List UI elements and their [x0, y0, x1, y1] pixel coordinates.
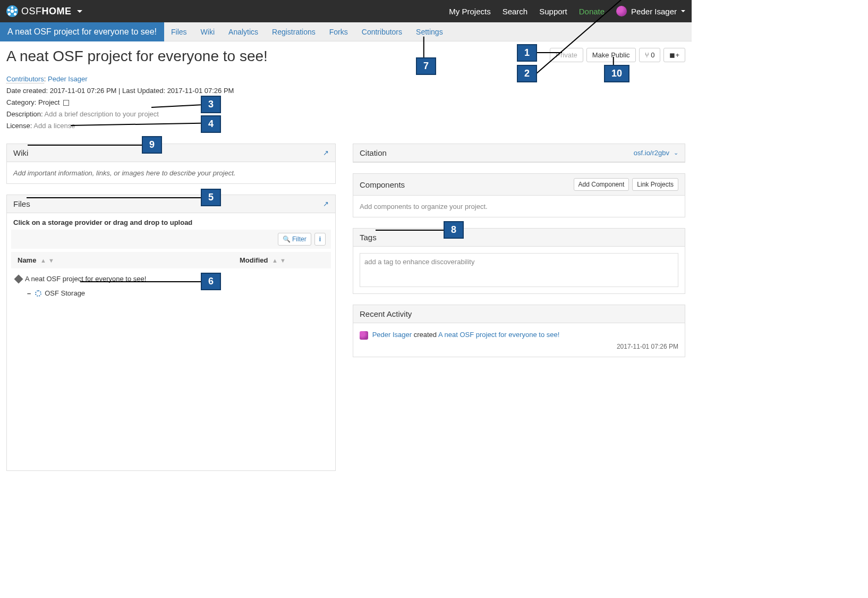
sort-asc-icon[interactable]: ▲	[40, 257, 46, 264]
private-button: Private	[550, 48, 583, 62]
action-buttons: Private Make Public ⑂ 0 ◼+	[550, 48, 685, 62]
tab-forks[interactable]: Forks	[322, 22, 355, 41]
tab-analytics[interactable]: Analytics	[222, 22, 265, 41]
content: A neat OSF project for everyone to see! …	[0, 41, 692, 488]
contributor-link[interactable]: Peder Isager	[48, 75, 87, 83]
cube-icon	[14, 274, 23, 283]
citation-title: Citation	[360, 148, 387, 157]
external-link-icon[interactable]: ↗	[323, 200, 329, 208]
files-toolbar: 🔍 Filter i	[11, 230, 331, 249]
file-root-name: A neat OSF project for everyone to see!	[25, 275, 146, 283]
date-created-value: 2017-11-01 07:26 PM	[50, 87, 117, 95]
files-instruction: Click on a storage provider or drag and …	[7, 213, 335, 230]
tab-wiki[interactable]: Wiki	[194, 22, 222, 41]
callout-2: 2	[517, 65, 537, 82]
citation-url[interactable]: osf.io/r2gbv	[634, 149, 669, 157]
project-meta: Contributors: Peder Isager Date created:…	[6, 73, 346, 132]
tab-files[interactable]: Files	[164, 22, 194, 41]
file-row-root[interactable]: A neat OSF project for everyone to see!	[13, 272, 329, 286]
chevron-down-icon[interactable]: ⌄	[674, 149, 678, 156]
modified-header: Modified	[240, 256, 268, 264]
components-panel: Components Add Component Link Projects A…	[353, 173, 685, 217]
wiki-title: Wiki	[13, 148, 323, 157]
caret-down-icon	[77, 10, 82, 13]
files-panel: Files ↗ Click on a storage provider or d…	[6, 195, 336, 471]
subnav-project-title[interactable]: A neat OSF project for everyone to see!	[0, 22, 164, 41]
files-table-header: Name ▲▼ Modified ▲▼	[11, 252, 331, 268]
last-updated-label: Last Updated:	[122, 87, 165, 95]
description-label: Description:	[6, 110, 43, 118]
page-title: A neat OSF project for everyone to see!	[6, 48, 550, 65]
name-header: Name	[18, 256, 36, 264]
wiki-placeholder[interactable]: Add important information, links, or ima…	[13, 169, 235, 177]
cube-icon	[63, 100, 69, 106]
brand-text: OSFHOME	[21, 6, 72, 17]
tags-title: Tags	[360, 233, 377, 242]
tab-settings[interactable]: Settings	[409, 22, 450, 41]
top-nav: OSFHOME My Projects Search Support Donat…	[0, 0, 692, 22]
files-title: Files	[13, 199, 323, 208]
user-menu[interactable]: Peder Isager	[616, 6, 685, 16]
files-rows: A neat OSF project for everyone to see! …	[7, 268, 335, 307]
make-public-button[interactable]: Make Public	[586, 48, 636, 62]
left-column: Wiki ↗ Add important information, links,…	[6, 144, 336, 482]
nav-right: My Projects Search Support Donate Peder …	[449, 6, 685, 16]
caret-down-icon	[681, 10, 685, 12]
wiki-panel: Wiki ↗ Add important information, links,…	[6, 144, 336, 184]
fork-icon: ⑂	[645, 51, 649, 59]
activity-row: Peder Isager created A neat OSF project …	[360, 330, 678, 341]
components-placeholder: Add components to organize your project.	[360, 203, 488, 210]
forks-count-button[interactable]: ⑂ 0	[639, 48, 661, 62]
file-row-storage[interactable]: – OSF Storage	[13, 286, 329, 300]
activity-target[interactable]: A neat OSF project for everyone to see!	[438, 331, 559, 339]
activity-user[interactable]: Peder Isager	[372, 331, 412, 339]
nav-support[interactable]: Support	[539, 7, 567, 16]
storage-name: OSF Storage	[45, 289, 85, 297]
osf-logo-icon	[6, 5, 18, 17]
citation-panel: Citation osf.io/r2gbv ⌄	[353, 144, 685, 163]
sort-desc-icon[interactable]: ▼	[48, 257, 54, 264]
external-link-icon[interactable]: ↗	[323, 149, 329, 157]
two-column-layout: Wiki ↗ Add important information, links,…	[6, 144, 685, 482]
subnav-tabs: Files Wiki Analytics Registrations Forks…	[164, 22, 450, 41]
add-component-button[interactable]: Add Component	[574, 178, 629, 191]
activity-title: Recent Activity	[360, 309, 412, 318]
callout-10: 10	[604, 65, 629, 82]
avatar-icon	[360, 331, 368, 340]
project-header: A neat OSF project for everyone to see! …	[6, 48, 685, 65]
activity-panel: Recent Activity Peder Isager created A n…	[353, 305, 685, 357]
avatar-icon	[616, 6, 627, 16]
osf-storage-icon	[35, 290, 41, 297]
nav-my-projects[interactable]: My Projects	[449, 7, 490, 16]
filter-button[interactable]: 🔍 Filter	[278, 233, 311, 246]
project-subnav: A neat OSF project for everyone to see! …	[0, 22, 692, 41]
collapse-icon[interactable]: –	[27, 289, 31, 297]
link-projects-button[interactable]: Link Projects	[632, 178, 678, 191]
bookmark-add-button[interactable]: ◼+	[663, 48, 685, 62]
username: Peder Isager	[631, 7, 677, 16]
description-placeholder[interactable]: Add a brief description to your project	[45, 110, 159, 118]
category-value: Project	[38, 98, 59, 106]
info-button[interactable]: i	[314, 233, 326, 246]
tags-panel: Tags add a tag to enhance discoverabilit…	[353, 228, 685, 294]
license-placeholder[interactable]: Add a license	[33, 122, 75, 130]
nav-search[interactable]: Search	[503, 7, 528, 16]
license-label: License:	[6, 122, 32, 130]
nav-donate[interactable]: Donate	[579, 7, 605, 16]
right-column: Citation osf.io/r2gbv ⌄ Components Add C…	[353, 144, 685, 482]
sort-asc-icon[interactable]: ▲	[272, 257, 278, 264]
tab-registrations[interactable]: Registrations	[265, 22, 322, 41]
date-created-label: Date created:	[6, 87, 48, 95]
contributors-label[interactable]: Contributors	[6, 75, 44, 83]
tab-contributors[interactable]: Contributors	[355, 22, 409, 41]
category-label: Category:	[6, 98, 36, 106]
components-title: Components	[360, 180, 574, 189]
brand-home[interactable]: OSFHOME	[6, 5, 82, 17]
tags-input[interactable]: add a tag to enhance discoverability	[360, 253, 678, 287]
last-updated-value: 2017-11-01 07:26 PM	[167, 87, 234, 95]
sort-desc-icon[interactable]: ▼	[280, 257, 286, 264]
activity-timestamp: 2017-11-01 07:26 PM	[360, 343, 678, 350]
activity-verb: created	[414, 331, 437, 339]
